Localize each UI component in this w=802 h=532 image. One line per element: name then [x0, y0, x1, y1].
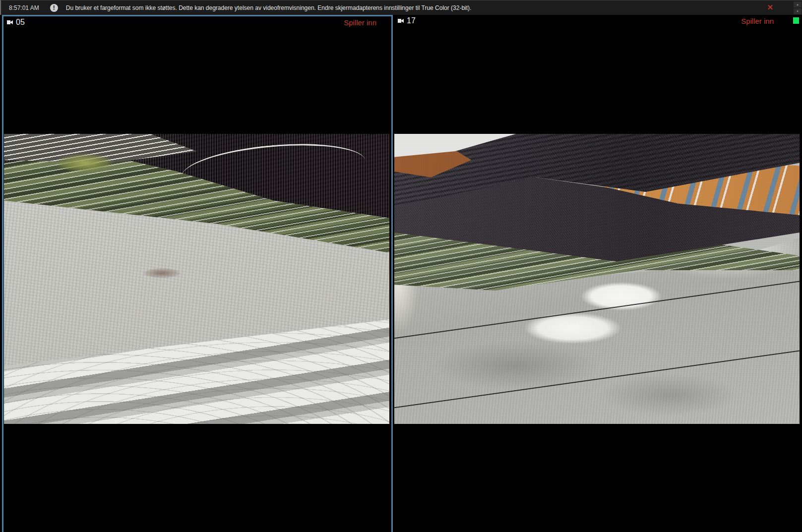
recording-status: Spiller inn	[741, 17, 774, 25]
camera-tile-17[interactable]: 17 Spiller inn	[394, 15, 802, 532]
scroll-down-button[interactable]: ▼	[794, 8, 802, 14]
scroll-up-button[interactable]: ▲	[794, 1, 802, 7]
video-glitch-layer	[394, 134, 800, 424]
notification-scroller: ▲ ▼	[794, 1, 802, 15]
camera-number: 17	[407, 16, 416, 25]
alert-circle-icon: !	[50, 4, 58, 12]
camera-number: 05	[16, 18, 25, 27]
camera-icon	[398, 18, 404, 23]
recording-status: Spiller inn	[344, 18, 376, 27]
camera-tile-05[interactable]: 05 Spiller inn	[2, 15, 393, 532]
recording-indicator	[793, 17, 799, 24]
notification-bar: 8:57:01 AM ! Du bruker et fargeformat so…	[0, 0, 802, 15]
camera-title: 17	[398, 16, 416, 25]
video-feed-17[interactable]	[394, 134, 800, 424]
camera-icon	[7, 20, 13, 25]
camera-title: 05	[7, 18, 25, 27]
notification-timestamp: 8:57:01 AM	[9, 4, 39, 11]
notification-message: Du bruker et fargeformat som ikke støtte…	[66, 4, 472, 11]
video-glitch-layer	[4, 134, 389, 424]
close-icon[interactable]: ✕	[767, 3, 773, 11]
video-feed-05[interactable]	[4, 134, 389, 424]
